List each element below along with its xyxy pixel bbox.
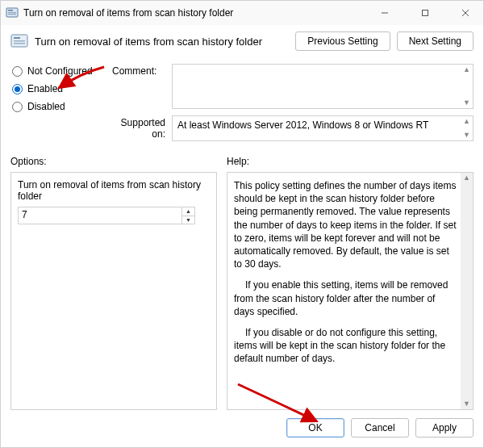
supported-on-label: Supported on: [112,115,169,141]
days-spinner-value[interactable]: 7 [19,207,182,224]
radio-icon [12,102,23,112]
help-paragraph-2: If you enable this setting, items will b… [234,278,458,318]
help-paragraph-1: This policy setting defines the number o… [234,179,458,270]
upper-block: Not Configured Enabled Disabled Comment:… [1,61,483,143]
spinner-down-button[interactable]: ▼ [182,216,194,224]
cancel-button[interactable]: Cancel [351,418,409,438]
next-setting-button[interactable]: Next Setting [397,31,474,51]
help-pane: This policy setting defines the number o… [227,172,474,410]
comment-label: Comment: [112,64,169,109]
radio-enabled-label: Enabled [27,83,63,94]
radio-disabled-label: Disabled [27,101,65,112]
header-row: Turn on removal of items from scan histo… [1,25,483,61]
svg-rect-3 [8,14,16,15]
ok-button[interactable]: OK [286,418,344,438]
svg-rect-9 [14,37,20,39]
svg-rect-2 [8,12,16,13]
supported-on-value: At least Windows Server 2012, Windows 8 … [177,119,428,131]
help-label: Help: [227,156,474,167]
spinner-buttons: ▲ ▼ [182,207,194,224]
supported-scrollbar[interactable]: ▲ ▼ [461,116,473,140]
minimize-button[interactable] [367,1,403,25]
radio-not-configured-label: Not Configured [27,65,93,77]
spinner-up-button[interactable]: ▲ [182,207,194,216]
radio-enabled[interactable]: Enabled [12,83,109,94]
maximize-button[interactable] [407,1,443,25]
scroll-up-icon: ▲ [463,174,470,182]
svg-rect-10 [14,40,25,42]
titlebar: Turn on removal of items from scan histo… [1,1,483,25]
options-title: Turn on removal of items from scan histo… [18,179,210,202]
scroll-up-icon: ▲ [463,118,470,125]
state-radio-group: Not Configured Enabled Disabled [12,64,109,141]
svg-rect-11 [14,43,25,44]
panes-row: Turn on removal of items from scan histo… [1,170,483,410]
policy-heading: Turn on removal of items from scan histo… [35,36,289,48]
dialog-footer: OK Cancel Apply [1,410,483,447]
days-spinner[interactable]: 7 ▲ ▼ [18,207,195,224]
apply-button[interactable]: Apply [415,418,474,438]
help-scrollbar[interactable]: ▲ ▼ [461,173,473,409]
comment-scrollbar[interactable]: ▲ ▼ [461,65,473,108]
scroll-down-icon: ▼ [463,99,470,107]
close-button[interactable] [448,1,483,25]
scroll-down-icon: ▼ [463,400,470,408]
svg-rect-5 [423,10,428,16]
radio-disabled[interactable]: Disabled [12,101,109,112]
options-pane: Turn on removal of items from scan histo… [10,172,217,410]
mid-labels: Options: Help: [1,143,483,170]
options-label: Options: [10,156,217,167]
policy-icon [6,6,19,19]
radio-icon [12,66,23,77]
window-title: Turn on removal of items from scan histo… [23,7,362,19]
radio-not-configured[interactable]: Not Configured [12,65,109,77]
comment-textarea[interactable]: ▲ ▼ [172,64,474,109]
previous-setting-button[interactable]: Previous Setting [295,31,390,51]
radio-icon [12,84,23,94]
scroll-up-icon: ▲ [463,66,470,73]
help-paragraph-3: If you disable or do not configure this … [234,326,458,366]
policy-dialog-window: Turn on removal of items from scan histo… [0,0,484,448]
svg-rect-1 [8,10,13,11]
scroll-down-icon: ▼ [463,132,470,139]
supported-on-field: At least Windows Server 2012, Windows 8 … [172,115,474,141]
policy-heading-icon [10,32,28,50]
